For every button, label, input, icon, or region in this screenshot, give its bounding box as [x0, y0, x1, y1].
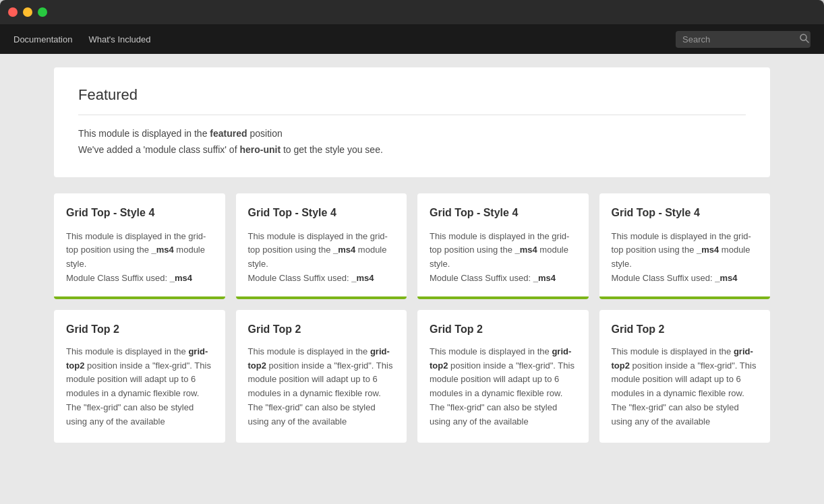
featured-line2-bold: hero-unit: [239, 144, 281, 155]
grid-card-accent-1: [54, 296, 225, 299]
search-icon: [800, 34, 809, 45]
suffix-bold-1: _ms4: [170, 273, 192, 283]
grid-card-style4-2-title: Grid Top - Style 4: [248, 207, 395, 219]
grid-card-style4-3: Grid Top - Style 4 This module is displa…: [417, 193, 589, 299]
grid-card-style4-3-body: This module is displayed in the grid-top…: [430, 230, 577, 299]
body-bold-3: _ms4: [514, 245, 537, 255]
grid-top-style4-row: Grid Top - Style 4 This module is displa…: [54, 193, 770, 299]
browser-chrome: [0, 0, 824, 24]
gt2-body-pre-2: This module is displayed in the: [248, 346, 370, 356]
search-container: [676, 31, 811, 48]
main-content: Featured This module is displayed in the…: [0, 54, 824, 504]
suffix-pre-3: Module Class Suffix used:: [430, 273, 533, 283]
grid-card2-1-body: This module is displayed in the grid-top…: [66, 345, 213, 429]
grid-card2-3-body: This module is displayed in the grid-top…: [430, 345, 577, 429]
grid-card2-2-body: This module is displayed in the grid-top…: [248, 345, 395, 429]
body-bold-2: _ms4: [333, 245, 355, 255]
grid-card-accent-3: [417, 296, 589, 299]
grid-card-style4-1: Grid Top - Style 4 This module is displa…: [54, 193, 225, 299]
grid-card-style4-3-title: Grid Top - Style 4: [430, 207, 577, 219]
grid-card-style4-1-title: Grid Top - Style 4: [66, 207, 213, 219]
grid-card-style4-2-body: This module is displayed in the grid-top…: [248, 230, 395, 299]
featured-line1-bold: featured: [210, 128, 247, 139]
nav-link-whats-included[interactable]: What's Included: [88, 34, 150, 44]
featured-line2-pre: We've added a 'module class suffix' of: [78, 144, 239, 155]
gt2-body-pre-3: This module is displayed in the: [430, 346, 552, 356]
navbar: Documentation What's Included: [0, 24, 824, 54]
featured-line1-pre: This module is displayed in the: [78, 128, 210, 139]
suffix-pre-1: Module Class Suffix used:: [66, 273, 170, 283]
grid-card-style4-4: Grid Top - Style 4 This module is displa…: [599, 193, 771, 299]
nav-link-documentation[interactable]: Documentation: [13, 34, 72, 44]
featured-line2: We've added a 'module class suffix' of h…: [78, 142, 746, 158]
gt2-body-mid-2: position inside a "flex-grid". This modu…: [248, 360, 393, 427]
grid-top2-row: Grid Top 2 This module is displayed in t…: [54, 310, 770, 443]
grid-card2-3-title: Grid Top 2: [430, 323, 577, 336]
featured-line1: This module is displayed in the featured…: [78, 126, 746, 142]
suffix-pre-2: Module Class Suffix used:: [248, 273, 352, 283]
grid-card-accent-2: [236, 296, 407, 299]
grid-card2-4-title: Grid Top 2: [612, 323, 759, 336]
gt2-body-mid-1: position inside a "flex-grid". This modu…: [66, 360, 211, 427]
grid-card2-4-body: This module is displayed in the grid-top…: [612, 345, 759, 429]
search-input[interactable]: [682, 34, 796, 44]
grid-card2-2-title: Grid Top 2: [248, 323, 395, 336]
grid-card2-3: Grid Top 2 This module is displayed in t…: [417, 310, 589, 443]
featured-card: Featured This module is displayed in the…: [54, 67, 770, 177]
grid-card2-2: Grid Top 2 This module is displayed in t…: [236, 310, 407, 443]
suffix-bold-4: _ms4: [715, 273, 737, 283]
nav-links: Documentation What's Included: [13, 34, 676, 44]
grid-card2-4: Grid Top 2 This module is displayed in t…: [599, 310, 771, 443]
suffix-bold-3: _ms4: [533, 273, 556, 283]
traffic-light-red[interactable]: [8, 7, 18, 17]
gt2-body-mid-3: position inside a "flex-grid". This modu…: [430, 360, 575, 427]
suffix-pre-4: Module Class Suffix used:: [612, 273, 715, 283]
gt2-body-pre-1: This module is displayed in the: [66, 346, 188, 356]
featured-line1-post: position: [247, 128, 283, 139]
traffic-light-yellow[interactable]: [23, 7, 32, 17]
gt2-body-pre-4: This module is displayed in the: [612, 346, 734, 356]
grid-card2-1: Grid Top 2 This module is displayed in t…: [54, 310, 225, 443]
grid-card-style4-4-body: This module is displayed in the grid-top…: [612, 230, 759, 299]
gt2-body-mid-4: position inside a "flex-grid". This modu…: [612, 360, 757, 427]
grid-card-style4-2: Grid Top - Style 4 This module is displa…: [236, 193, 407, 299]
body-bold-1: _ms4: [151, 245, 173, 255]
featured-title: Featured: [78, 86, 746, 115]
svg-line-1: [806, 40, 808, 42]
grid-card2-1-title: Grid Top 2: [66, 323, 213, 336]
grid-card-style4-4-title: Grid Top - Style 4: [612, 207, 759, 219]
featured-line2-post: to get the style you see.: [281, 144, 383, 155]
grid-card-style4-1-body: This module is displayed in the grid-top…: [66, 230, 213, 299]
suffix-bold-2: _ms4: [351, 273, 374, 283]
grid-card-accent-4: [599, 296, 771, 299]
body-bold-4: _ms4: [697, 245, 719, 255]
traffic-light-green[interactable]: [38, 7, 47, 17]
